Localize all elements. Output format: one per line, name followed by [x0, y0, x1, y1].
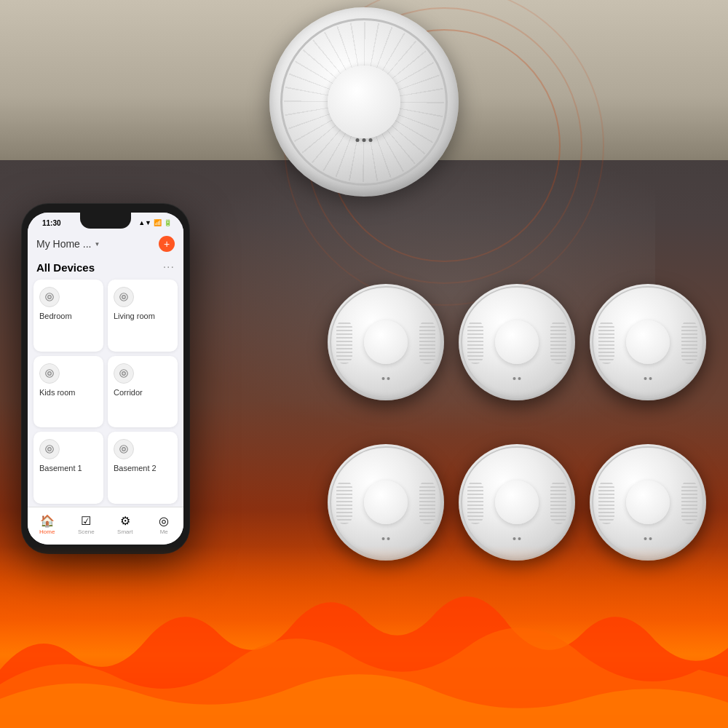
device-name-bedroom: Bedroom [39, 312, 98, 320]
small-detector-2 [459, 284, 575, 400]
signal-icon: ▲▼ [138, 219, 151, 226]
device-card-basement1[interactable]: Basement 1 [33, 432, 103, 504]
add-device-button[interactable]: + [159, 236, 175, 252]
main-smoke-detector [269, 7, 459, 197]
status-time: 11:30 [42, 219, 61, 227]
device-icon-corridor [114, 363, 134, 384]
app-header: My Home ... ▼ + [28, 233, 183, 256]
device-icon-basement1 [39, 439, 60, 459]
device-icon-basement2 [114, 439, 134, 459]
small-detector-5 [459, 444, 575, 561]
small-detectors-grid [328, 284, 706, 590]
device-card-basement2[interactable]: Basement 2 [108, 432, 178, 504]
svg-point-7 [122, 371, 126, 375]
device-icon-kidsroom [39, 363, 60, 384]
fire-overlay [0, 546, 728, 728]
device-name-basement2: Basement 2 [114, 464, 172, 472]
device-card-kidsroom[interactable]: Kids room [33, 356, 103, 428]
all-devices-label: All Devices [36, 261, 95, 274]
bottom-nav: 🏠 Home ☑ Scene ⚙ Smart ◎ Me [28, 507, 183, 545]
devices-header: All Devices ··· [28, 256, 183, 277]
device-card-corridor[interactable]: Corridor [108, 356, 178, 428]
device-name-kidsroom: Kids room [39, 388, 98, 397]
scene-nav-icon: ☑ [81, 514, 91, 528]
wifi-icon: 📶 [154, 219, 162, 226]
chevron-down-icon: ▼ [94, 241, 100, 248]
svg-point-5 [48, 371, 52, 375]
devices-grid: Bedroom Living room [28, 277, 183, 507]
home-title-area[interactable]: My Home ... ▼ [36, 238, 100, 250]
nav-home[interactable]: 🏠 Home [28, 514, 67, 535]
small-detector-3 [590, 284, 706, 400]
me-nav-icon: ◎ [159, 514, 169, 528]
home-title-text: My Home ... [36, 238, 91, 250]
smart-nav-label: Smart [117, 529, 132, 535]
home-nav-label: Home [39, 529, 55, 535]
svg-point-1 [48, 296, 52, 299]
device-name-corridor: Corridor [114, 388, 172, 397]
nav-scene[interactable]: ☑ Scene [67, 514, 106, 535]
nav-smart[interactable]: ⚙ Smart [106, 514, 145, 535]
more-options-button[interactable]: ··· [163, 261, 175, 274]
small-detector-1 [328, 284, 444, 400]
device-name-livingroom: Living room [114, 312, 172, 320]
svg-point-9 [48, 448, 52, 451]
svg-point-11 [122, 448, 126, 451]
small-detector-4 [328, 444, 444, 561]
phone-notch [80, 213, 131, 229]
battery-icon: 🔋 [164, 219, 172, 226]
small-detector-6 [590, 444, 706, 561]
svg-point-3 [122, 296, 126, 299]
indicator-dots [356, 138, 373, 142]
phone-mockup: 11:30 ▲▼ 📶 🔋 My Home ... ▼ + All Devices… [22, 204, 189, 553]
device-card-bedroom[interactable]: Bedroom [33, 280, 103, 352]
device-icon-bedroom [39, 287, 60, 307]
home-nav-icon: 🏠 [40, 514, 55, 528]
smart-nav-icon: ⚙ [120, 514, 130, 528]
device-name-basement1: Basement 1 [39, 464, 98, 472]
nav-me[interactable]: ◎ Me [145, 514, 184, 535]
device-icon-livingroom [114, 287, 134, 307]
scene-nav-label: Scene [78, 529, 95, 535]
me-nav-label: Me [160, 529, 168, 535]
device-card-livingroom[interactable]: Living room [108, 280, 178, 352]
